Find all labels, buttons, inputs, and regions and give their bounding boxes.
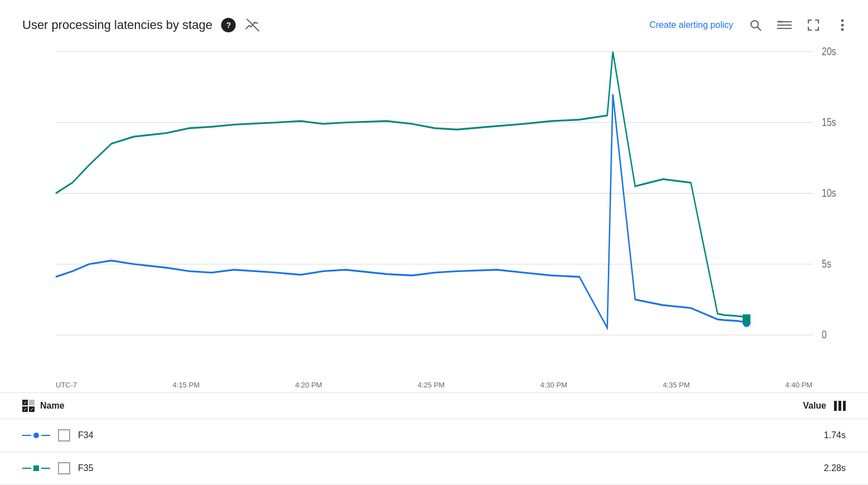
svg-point-8 (841, 24, 844, 27)
svg-text:15s: 15s (822, 115, 836, 128)
svg-text:5s: 5s (822, 257, 831, 270)
x-label-3: 4:25 PM (418, 381, 445, 389)
svg-text:10s: 10s (822, 186, 836, 199)
svg-point-9 (841, 28, 844, 31)
legend-select-all-icon[interactable]: ✓ ✓ ✓ (22, 400, 35, 412)
x-label-2: 4:20 PM (295, 381, 322, 389)
f35-value: 2.28s (801, 463, 846, 473)
x-label-0: UTC-7 (56, 381, 77, 389)
x-label-5: 4:35 PM (663, 381, 690, 389)
chart-header: User processing latencies by stage ? Cre… (0, 0, 868, 45)
svg-point-1 (751, 21, 758, 28)
legend-name-header: Name (40, 401, 65, 411)
f35-line-indicator (22, 465, 50, 471)
legend-header-left: ✓ ✓ ✓ Name (22, 400, 803, 412)
more-icon[interactable] (833, 16, 851, 34)
series-f35-line (56, 52, 747, 317)
x-label-6: 4:40 PM (786, 381, 812, 389)
main-chart: 20s 15s 10s 5s 0 (22, 45, 846, 377)
svg-line-0 (247, 19, 259, 31)
x-label-1: 4:15 PM (173, 381, 199, 389)
f35-endpoint (743, 314, 750, 324)
legend-header-right: Value (803, 401, 846, 411)
y-axis: 20s 15s 10s 5s 0 (56, 45, 836, 341)
anomaly-icon[interactable] (245, 17, 261, 33)
x-axis-labels: UTC-7 4:15 PM 4:20 PM 4:25 PM 4:30 PM 4:… (22, 377, 846, 392)
svg-text:20s: 20s (822, 45, 836, 57)
fullscreen-icon[interactable] (804, 16, 822, 34)
svg-line-2 (758, 27, 762, 31)
f34-checkbox[interactable] (58, 429, 70, 442)
f35-name: F35 (78, 463, 94, 473)
legend-icon[interactable] (776, 16, 793, 34)
series-f34-line (56, 94, 747, 328)
svg-point-7 (841, 20, 844, 22)
f35-checkbox[interactable] (58, 462, 70, 474)
f34-line-indicator (22, 433, 50, 438)
legend-row-f34: F34 1.74s (0, 419, 868, 452)
column-chooser-icon[interactable] (834, 401, 846, 411)
f34-value: 1.74s (801, 430, 846, 440)
chart-title: User processing latencies by stage (22, 18, 212, 32)
svg-text:0: 0 (822, 328, 827, 341)
legend-row-left-f35: F35 (22, 462, 801, 474)
help-icon[interactable]: ? (221, 18, 236, 32)
legend-header: ✓ ✓ ✓ Name Value (0, 393, 868, 419)
create-alerting-link[interactable]: Create alerting policy (650, 20, 733, 30)
legend-row-left-f34: F34 (22, 429, 801, 442)
legend-table: ✓ ✓ ✓ Name Value (0, 392, 868, 485)
legend-row-f35: F35 2.28s (0, 452, 868, 485)
search-icon[interactable] (747, 16, 764, 34)
chart-area: 20s 15s 10s 5s 0 UTC-7 (0, 45, 868, 392)
chart-svg-wrapper: 20s 15s 10s 5s 0 (22, 45, 846, 377)
header-icons (747, 16, 851, 34)
legend-value-header: Value (803, 401, 826, 411)
x-label-4: 4:30 PM (540, 381, 567, 389)
chart-container: User processing latencies by stage ? Cre… (0, 0, 868, 485)
f34-name: F34 (78, 430, 94, 440)
